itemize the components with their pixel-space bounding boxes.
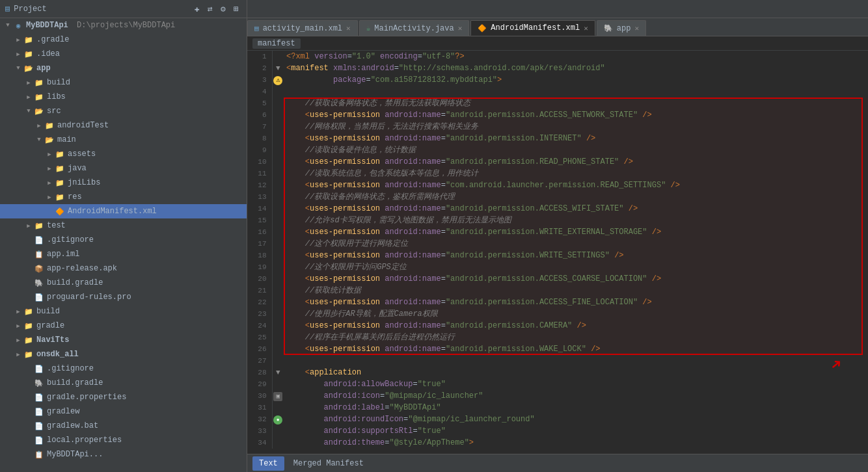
- line-num-7: 7: [247, 121, 272, 133]
- code-line-29: 29 android:allowBackup="true": [247, 378, 868, 390]
- line-content-27: [284, 355, 868, 367]
- sidebar-item-gradle-hidden[interactable]: ▶ 📁 .gradle: [0, 33, 247, 47]
- sidebar-item-assets[interactable]: ▶ 📁 assets: [0, 147, 247, 161]
- gutter-18: [272, 250, 284, 261]
- line-content-3: package="com.a1587128132.mybddtapi">: [284, 74, 868, 86]
- gutter-3: ⚠: [272, 74, 284, 86]
- tab-app-close[interactable]: ✕: [634, 24, 639, 33]
- tab-androidmanifest[interactable]: 🔶 AndroidManifest.xml ✕: [470, 20, 595, 36]
- sidebar-item-java[interactable]: ▶ 📁 java: [0, 161, 247, 176]
- sync-icon[interactable]: ⇄: [205, 4, 215, 14]
- gutter-20: [272, 273, 284, 285]
- green-icon-32: ●: [273, 415, 282, 425]
- src-icon: 📂: [34, 106, 44, 116]
- line-num-17: 17: [247, 238, 272, 250]
- sidebar-item-app-release[interactable]: 📦 app-release.apk: [0, 261, 247, 276]
- code-editor[interactable]: 1 <?xml version="1.0" encoding="utf-8"?>…: [247, 51, 868, 454]
- androidtest-icon: 📁: [44, 120, 55, 131]
- settings-icon[interactable]: ⚙: [218, 4, 228, 14]
- gutter-14: [272, 203, 284, 215]
- bottom-tab-merged[interactable]: Merged Manifest: [287, 456, 370, 471]
- line-num-11: 11: [247, 168, 272, 179]
- sidebar-item-gitignore-app[interactable]: 📄 .gitignore: [0, 233, 247, 247]
- sidebar-item-libs[interactable]: ▶ 📁 libs: [0, 90, 247, 104]
- sidebar-item-gradle[interactable]: ▶ 📁 gradle: [0, 319, 247, 333]
- sidebar-item-local-props[interactable]: 📄 local.properties: [0, 433, 247, 447]
- toolbar-icons: ✚ ⇄ ⚙ ⊞: [192, 4, 241, 14]
- sidebar-item-app[interactable]: ▼ 📂 app: [0, 61, 247, 75]
- editor-area: ▤ activity_main.xml ✕ ☕ MainActivity.jav…: [247, 18, 868, 472]
- sidebar-item-build[interactable]: ▶ 📁 build: [0, 304, 247, 319]
- sidebar-item-build-gradle-root[interactable]: 🐘 build.gradle: [0, 376, 247, 390]
- line-num-12: 12: [247, 179, 272, 191]
- sidebar-item-androidtest[interactable]: ▶ 📁 androidTest: [0, 118, 247, 133]
- build-app-label: build: [47, 78, 70, 87]
- code-line-22: 22 <uses-permission android:name="androi…: [247, 296, 868, 308]
- sidebar-item-mybddtapi-iml[interactable]: 📋 MyBDDTApi...: [0, 447, 247, 462]
- app-iml-icon: 📋: [34, 249, 44, 259]
- line-content-13: //获取设备的网络状态，鉴权所需网络代理: [284, 191, 868, 203]
- tab-app[interactable]: 🐘 app ✕: [597, 20, 646, 36]
- tab-mainactivity-label: MainActivity.java: [374, 24, 454, 33]
- manifest-icon: 🔶: [55, 206, 65, 216]
- code-line-6: 6 <uses-permission android:name="android…: [247, 109, 868, 121]
- main-layout: ▼ ◉ MyBDDTApi D:\projects\MyBDDTApi ▶ 📁 …: [0, 18, 868, 472]
- gutter-6: [272, 109, 284, 121]
- sidebar-item-test[interactable]: ▶ 📁 test: [0, 218, 247, 233]
- tab-androidmanifest-icon: 🔶: [478, 24, 487, 33]
- assets-label: assets: [68, 150, 96, 159]
- sidebar-item-jnilibs[interactable]: ▶ 📁 jniLibs: [0, 176, 247, 190]
- code-lines: 1 <?xml version="1.0" encoding="utf-8"?>…: [247, 51, 868, 449]
- sidebar-item-build-gradle-app[interactable]: 🐘 build.gradle: [0, 276, 247, 290]
- bottom-tab-text[interactable]: Text: [252, 456, 284, 471]
- bottom-tabs: Text Merged Manifest: [247, 454, 868, 472]
- libs-label: libs: [47, 92, 66, 101]
- root-arrow: ▼: [3, 22, 13, 29]
- gutter-24: [272, 320, 284, 332]
- sidebar-item-onsdk[interactable]: ▶ 📁 onsdk_all: [0, 347, 247, 361]
- bottom-tab-merged-label: Merged Manifest: [293, 459, 364, 468]
- tab-androidmanifest-close[interactable]: ✕: [584, 24, 588, 33]
- line-num-33: 33: [247, 425, 272, 437]
- gradlew-bat-label: gradlew.bat: [47, 421, 98, 430]
- test-icon: 📁: [34, 220, 44, 231]
- sidebar-item-build-app[interactable]: ▶ 📁 build: [0, 75, 247, 90]
- sidebar-item-gradlew-bat[interactable]: 📄 gradlew.bat: [0, 419, 247, 433]
- sidebar-item-main[interactable]: ▼ 📂 main: [0, 133, 247, 147]
- tab-activity-main-close[interactable]: ✕: [346, 24, 351, 33]
- breadcrumb: manifest: [247, 36, 868, 51]
- tab-mainactivity-close[interactable]: ✕: [458, 24, 463, 33]
- sidebar-item-navitts[interactable]: ▶ 📁 NaviTts: [0, 333, 247, 347]
- add-icon[interactable]: ✚: [192, 4, 202, 14]
- sidebar-item-proguard[interactable]: 📄 proguard-rules.pro: [0, 290, 247, 304]
- build-arrow: ▶: [13, 308, 23, 315]
- res-icon: 📁: [55, 192, 65, 202]
- code-line-34: 34 android:theme="@style/AppTheme">: [247, 437, 868, 449]
- tab-app-icon: 🐘: [604, 24, 613, 33]
- tab-activity-main[interactable]: ▤ activity_main.xml ✕: [247, 20, 358, 36]
- sidebar-item-app-iml[interactable]: 📋 app.iml: [0, 247, 247, 261]
- line-num-25: 25: [247, 332, 272, 343]
- gutter-8: [272, 133, 284, 144]
- sidebar-item-gradle-props[interactable]: 📄 gradle.properties: [0, 390, 247, 404]
- bottom-tab-text-label: Text: [259, 459, 278, 468]
- sidebar-item-src[interactable]: ▼ 📂 src: [0, 104, 247, 118]
- sidebar-item-androidmanifest[interactable]: 🔶 AndroidManifest.xml: [0, 204, 247, 218]
- sidebar-item-gradlew[interactable]: 📄 gradlew: [0, 404, 247, 419]
- gutter-26: [272, 343, 284, 355]
- breadcrumb-item[interactable]: manifest: [252, 38, 301, 49]
- onsdk-label: onsdk_all: [36, 350, 79, 359]
- tab-mainactivity[interactable]: ☕ MainActivity.java ✕: [359, 20, 470, 36]
- gutter-34: [272, 437, 284, 449]
- navitts-arrow: ▶: [13, 337, 23, 344]
- sidebar-item-idea[interactable]: ▶ 📁 .idea: [0, 47, 247, 61]
- tree-root[interactable]: ▼ ◉ MyBDDTApi D:\projects\MyBDDTApi: [0, 18, 247, 33]
- line-content-1: <?xml version="1.0" encoding="utf-8"?>: [284, 51, 868, 62]
- expand-icon[interactable]: ⊞: [231, 4, 241, 14]
- sidebar-item-gitignore-root[interactable]: 📄 .gitignore: [0, 361, 247, 376]
- mybddtapi-iml-icon: 📋: [34, 449, 44, 460]
- java-arrow: ▶: [44, 165, 55, 172]
- gutter-17: [272, 238, 284, 250]
- line-num-3: 3: [247, 74, 272, 86]
- sidebar-item-res[interactable]: ▶ 📁 res: [0, 190, 247, 204]
